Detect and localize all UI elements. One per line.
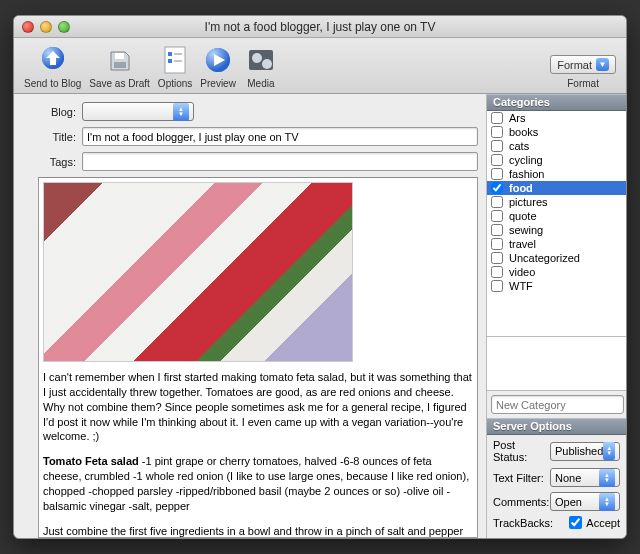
category-checkbox[interactable] (491, 224, 503, 236)
title-input[interactable] (82, 127, 478, 146)
category-item[interactable]: cycling (487, 153, 626, 167)
post-paragraph: Just combine the first five ingredients … (43, 524, 473, 538)
svg-point-13 (262, 59, 272, 69)
toolbar-label: Options (158, 78, 192, 89)
category-label: books (509, 126, 538, 138)
category-label: pictures (509, 196, 548, 208)
toolbar-label: Send to Blog (24, 78, 81, 89)
new-category-input[interactable] (491, 395, 624, 414)
format-button-label: Format (557, 59, 592, 71)
category-checkbox[interactable] (491, 140, 503, 152)
trackbacks-value: Accept (586, 517, 620, 529)
toolbar-label: Preview (200, 78, 236, 89)
category-item[interactable]: travel (487, 237, 626, 251)
category-checkbox[interactable] (491, 266, 503, 278)
category-checkbox[interactable] (491, 154, 503, 166)
app-window: I'm not a food blogger, I just play one … (13, 15, 627, 539)
post-status-label: Post Status: (493, 439, 550, 463)
category-item[interactable]: Uncategorized (487, 251, 626, 265)
category-item[interactable]: books (487, 125, 626, 139)
category-checkbox[interactable] (491, 182, 503, 194)
category-list-empty (487, 337, 626, 391)
category-list[interactable]: Arsbookscatscyclingfashionfoodpicturesqu… (487, 111, 626, 337)
comments-label: Comments: (493, 496, 549, 508)
category-item[interactable]: pictures (487, 195, 626, 209)
post-editor[interactable]: I can't remember when I first started ma… (38, 177, 478, 538)
post-paragraph: Tomato Feta salad -1 pint grape or cherr… (43, 454, 473, 513)
options-button[interactable]: Options (158, 44, 192, 89)
category-checkbox[interactable] (491, 238, 503, 250)
category-checkbox[interactable] (491, 280, 503, 292)
category-label: fashion (509, 168, 544, 180)
category-item[interactable]: sewing (487, 223, 626, 237)
svg-point-12 (252, 53, 262, 63)
category-item[interactable]: Ars (487, 111, 626, 125)
category-label: cycling (509, 154, 543, 166)
category-item[interactable]: WTF (487, 279, 626, 293)
svg-rect-3 (114, 62, 126, 68)
blog-label: Blog: (38, 106, 76, 118)
post-status-select[interactable]: Published▲▼ (550, 442, 620, 461)
save-as-draft-button[interactable]: Save as Draft (89, 44, 150, 89)
category-label: Uncategorized (509, 252, 580, 264)
category-label: cats (509, 140, 529, 152)
window-title: I'm not a food blogger, I just play one … (14, 20, 626, 34)
category-checkbox[interactable] (491, 112, 503, 124)
category-item[interactable]: food (487, 181, 626, 195)
category-label: WTF (509, 280, 533, 292)
media-button[interactable]: Media (244, 44, 278, 89)
toolbar: Send to Blog Save as Draft Options Previ… (14, 38, 626, 94)
category-checkbox[interactable] (491, 210, 503, 222)
category-item[interactable]: fashion (487, 167, 626, 181)
server-options-header: Server Options (487, 418, 626, 435)
send-to-blog-button[interactable]: Send to Blog (24, 44, 81, 89)
category-label: travel (509, 238, 536, 250)
category-item[interactable]: quote (487, 209, 626, 223)
toolbar-label: Save as Draft (89, 78, 150, 89)
toolbar-label: Media (247, 78, 274, 89)
category-label: video (509, 266, 535, 278)
category-label: quote (509, 210, 537, 222)
chevron-down-icon: ▼ (596, 58, 609, 71)
trackbacks-checkbox[interactable] (569, 516, 582, 529)
categories-header: Categories (487, 94, 626, 111)
comments-select[interactable]: Open▲▼ (550, 492, 620, 511)
preview-button[interactable]: Preview (200, 44, 236, 89)
tags-label: Tags: (38, 156, 76, 168)
category-label: Ars (509, 112, 526, 124)
post-photo (43, 182, 353, 362)
category-item[interactable]: cats (487, 139, 626, 153)
post-paragraph: I can't remember when I first started ma… (43, 370, 473, 444)
toolbar-label: Format (567, 78, 599, 89)
svg-rect-5 (168, 52, 172, 56)
trackbacks-label: TrackBacks: (493, 517, 553, 529)
titlebar[interactable]: I'm not a food blogger, I just play one … (14, 16, 626, 38)
format-button[interactable]: Format ▼ (550, 55, 616, 74)
category-checkbox[interactable] (491, 252, 503, 264)
tags-input[interactable] (82, 152, 478, 171)
main-panel: Blog: ▲▼ Title: Tags: I can't remember w… (14, 94, 486, 538)
category-item[interactable]: video (487, 265, 626, 279)
sidebar: Categories Arsbookscatscyclingfashionfoo… (486, 94, 626, 538)
svg-rect-2 (115, 53, 124, 59)
category-checkbox[interactable] (491, 126, 503, 138)
category-label: food (509, 182, 533, 194)
text-filter-select[interactable]: None▲▼ (550, 468, 620, 487)
blog-select[interactable]: ▲▼ (82, 102, 194, 121)
category-checkbox[interactable] (491, 168, 503, 180)
category-checkbox[interactable] (491, 196, 503, 208)
text-filter-label: Text Filter: (493, 472, 544, 484)
title-label: Title: (38, 131, 76, 143)
svg-rect-6 (168, 59, 172, 63)
category-label: sewing (509, 224, 543, 236)
